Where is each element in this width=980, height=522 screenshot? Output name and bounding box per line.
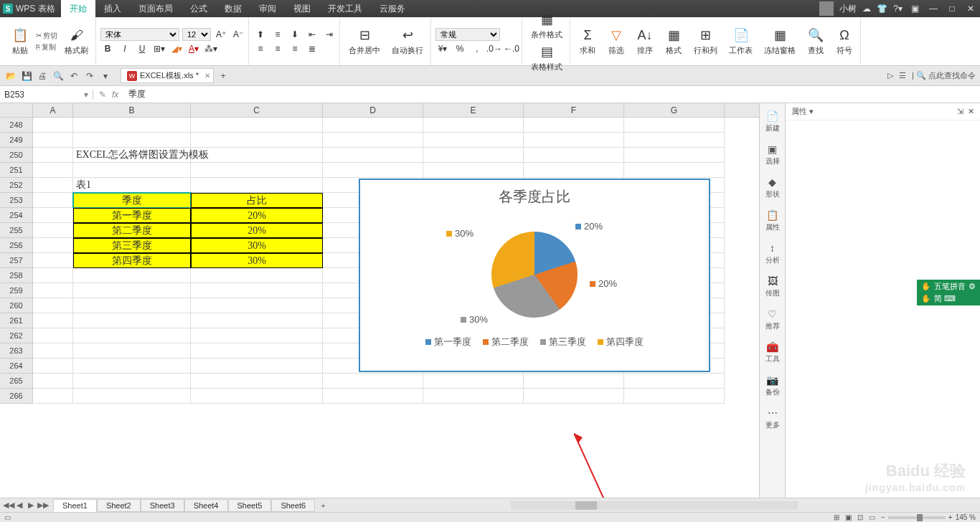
align-middle-button[interactable]: ≡ [270,28,285,41]
side-tool[interactable]: ↕分析 [761,238,784,270]
align-right-button[interactable]: ≡ [288,42,302,55]
cell[interactable] [33,238,73,253]
sheet-tab[interactable]: Sheet2 [97,499,141,512]
currency-button[interactable]: ¥▾ [435,42,450,55]
cell[interactable] [73,328,191,343]
cell[interactable] [624,118,725,133]
cell[interactable] [191,389,323,404]
inc-decimal-button[interactable]: .0→ [487,42,501,55]
cell[interactable]: 季度 [73,193,191,208]
cell[interactable]: 表1 [73,178,191,193]
cell[interactable] [323,389,423,404]
cell[interactable] [73,133,191,148]
cell[interactable] [33,163,73,178]
cell[interactable] [323,374,423,389]
cell[interactable] [423,163,524,178]
cell[interactable] [191,328,323,343]
cell[interactable] [624,148,725,163]
copy-button[interactable]: ⎘ 复制 [36,42,57,52]
cell[interactable] [33,389,73,404]
side-tool[interactable]: ♡推荐 [761,304,784,336]
cell[interactable] [524,389,624,404]
tab-data[interactable]: 数据 [216,0,250,17]
phonetic-button[interactable]: ⁂▾ [204,42,218,55]
cell[interactable] [33,133,73,148]
merge-center-button[interactable]: ⊟合并居中 [344,25,385,57]
cell[interactable] [73,313,191,328]
maximize-icon[interactable]: □ [946,4,958,14]
cell[interactable]: 第二季度 [73,223,191,238]
bookmark-icon[interactable]: ▷ [887,71,893,80]
skin-icon[interactable]: 👕 [877,4,887,14]
paste-button[interactable]: 📋粘贴 [7,25,33,57]
sheet-nav-next[interactable]: ▶ [26,500,36,510]
search-command[interactable]: 点此查找命令 [928,71,976,80]
table-style-button[interactable]: ▤表格样式 [527,42,567,74]
cell[interactable] [33,298,73,313]
align-center-button[interactable]: ≡ [270,42,285,55]
format-painter-button[interactable]: 🖌格式刷 [60,25,93,57]
cell[interactable] [191,163,323,178]
font-size-select[interactable]: 12 [182,28,211,41]
side-tool[interactable]: 🖼传图 [761,271,784,303]
tab-start[interactable]: 开始 [61,0,95,17]
cell[interactable] [524,133,624,148]
cell[interactable] [191,374,323,389]
cell[interactable] [624,389,725,404]
symbol-button[interactable]: Ω符号 [831,25,857,57]
cell[interactable] [323,163,423,178]
sheet-tab[interactable]: Sheet3 [141,499,184,512]
sheet-tab[interactable]: Sheet1 [53,499,97,512]
panel-close-icon[interactable]: ✕ [968,107,974,116]
col-header[interactable]: F [524,103,624,117]
tab-dev[interactable]: 开发工具 [319,0,371,17]
cell[interactable] [33,208,73,223]
cell[interactable] [191,298,323,313]
cell[interactable] [323,133,423,148]
rowcol-button[interactable]: ⊞行和列 [689,25,722,57]
cond-format-button[interactable]: ▦条件格式 [527,9,567,42]
cell[interactable] [33,253,73,268]
row-header[interactable]: 261 [0,313,33,328]
row-header[interactable]: 250 [0,148,33,163]
cell[interactable]: 第四季度 [73,253,191,268]
view-read-icon[interactable]: ▭ [869,513,875,521]
col-header[interactable]: G [624,103,725,117]
name-box[interactable]: B253▾ [0,90,93,100]
col-header[interactable]: E [423,103,524,117]
border-button[interactable]: ⊞▾ [152,42,166,55]
zoom-out-icon[interactable]: − [881,513,885,521]
row-header[interactable]: 263 [0,343,33,359]
cell[interactable] [73,343,191,359]
side-tool[interactable]: ◆形状 [761,172,784,204]
cell[interactable] [423,133,524,148]
undo-icon[interactable]: ↶ [67,70,80,82]
view-page-icon[interactable]: ▣ [845,513,852,521]
filter-button[interactable]: ▽筛选 [603,25,629,57]
cell[interactable] [624,163,725,178]
add-sheet-button[interactable]: + [315,501,331,510]
col-header[interactable]: D [323,103,423,117]
tab-insert[interactable]: 插入 [95,0,130,17]
cell[interactable] [33,283,73,298]
cell[interactable] [73,298,191,313]
cell[interactable] [191,268,323,283]
cell[interactable] [191,148,323,163]
cell[interactable]: 20% [191,208,323,223]
horizontal-scrollbar[interactable] [331,501,977,510]
cell[interactable] [33,374,73,389]
col-header[interactable]: A [33,103,73,117]
minimize-icon[interactable]: — [927,4,940,14]
cell[interactable] [73,118,191,133]
tab-view[interactable]: 视图 [285,0,319,17]
cell[interactable]: 30% [191,253,323,268]
fill-color-button[interactable]: ◢▾ [169,42,184,55]
cell[interactable] [624,133,725,148]
indent-dec-button[interactable]: ⇤ [305,28,319,41]
row-header[interactable]: 251 [0,163,33,178]
row-header[interactable]: 266 [0,389,33,404]
tab-cloud[interactable]: 云服务 [371,0,414,17]
cell[interactable] [73,389,191,404]
cell[interactable] [191,118,323,133]
cell[interactable] [423,374,524,389]
